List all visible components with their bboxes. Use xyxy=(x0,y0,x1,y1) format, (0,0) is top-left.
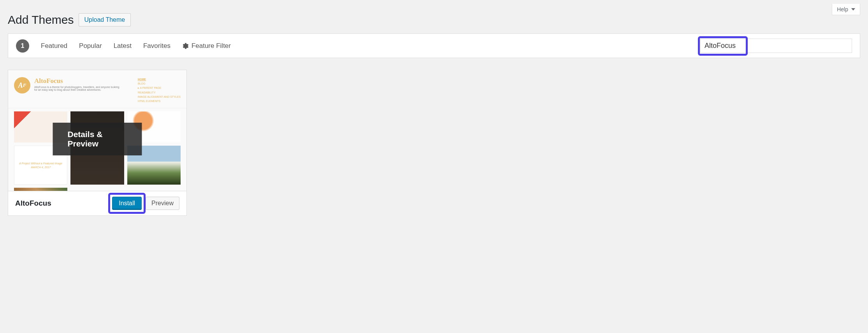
search-input[interactable] xyxy=(700,39,852,53)
gear-icon xyxy=(182,42,189,49)
filter-bar: 1 Featured Popular Latest Favorites Feat… xyxy=(8,33,860,58)
theme-preview-menu: HOME BLOG ▸ A PARENT PAGE READABILITY IM… xyxy=(138,77,181,103)
filter-favorites[interactable]: Favorites xyxy=(143,42,170,50)
feature-filter-label: Feature Filter xyxy=(192,42,231,50)
upload-theme-button[interactable]: Upload Theme xyxy=(79,13,131,26)
help-button[interactable]: Help xyxy=(832,4,860,15)
page-header: Add Themes Upload Theme xyxy=(8,13,860,26)
preview-thumb xyxy=(14,188,67,191)
filter-popular[interactable]: Popular xyxy=(79,42,102,50)
results-count-badge: 1 xyxy=(16,39,29,53)
theme-card[interactable]: AF AltoFocus AltoFocus is a theme for ph… xyxy=(8,70,187,216)
theme-preview-title: AltoFocus xyxy=(34,77,134,85)
feature-filter-button[interactable]: Feature Filter xyxy=(182,42,231,50)
theme-footer: AltoFocus Install Preview xyxy=(8,191,186,215)
theme-preview-desc: AltoFocus is a theme for photobloggers, … xyxy=(34,86,120,91)
theme-screenshot: AF AltoFocus AltoFocus is a theme for ph… xyxy=(8,70,186,191)
install-button[interactable]: Install xyxy=(112,197,142,210)
page-title: Add Themes xyxy=(8,13,74,26)
chevron-down-icon xyxy=(851,8,855,11)
details-preview-button[interactable]: Details & Preview xyxy=(53,123,142,155)
filter-featured[interactable]: Featured xyxy=(41,42,67,50)
help-label: Help xyxy=(837,6,848,12)
filter-latest[interactable]: Latest xyxy=(114,42,132,50)
preview-button[interactable]: Preview xyxy=(146,197,179,210)
theme-name: AltoFocus xyxy=(15,199,112,208)
theme-grid: AF AltoFocus AltoFocus is a theme for ph… xyxy=(8,70,860,216)
theme-logo: AF xyxy=(14,77,30,93)
